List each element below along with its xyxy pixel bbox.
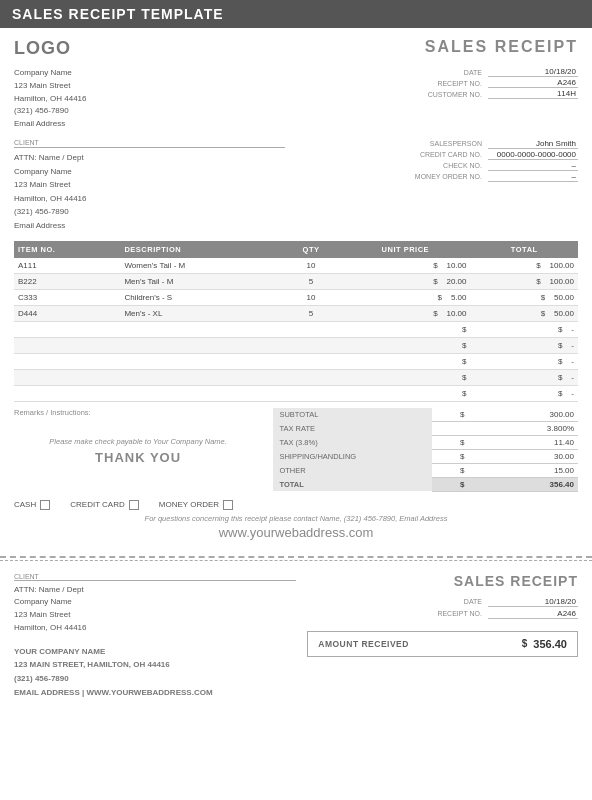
receipt-label: RECEIPT NO. [402, 80, 482, 87]
item-no: C333 [14, 289, 120, 305]
date-label: DATE [402, 69, 482, 76]
client-salesperson-row: CLIENT ATTN: Name / Dept Company Name 12… [14, 139, 578, 233]
credit-field-row: CREDIT CARD NO. 0000-0000-0000-0000 [296, 150, 578, 160]
remarks-block: Remarks / Instructions: Please make chec… [14, 408, 262, 492]
logo-text: LOGO [14, 38, 71, 58]
check-field-row: CHECK NO. – [296, 161, 578, 171]
sales-receipt-title: SALES RECEIPT [425, 38, 578, 56]
money-order-value: – [488, 172, 578, 182]
company-name: Company Name [14, 67, 86, 80]
credit-label: CREDIT CARD NO. [402, 151, 482, 158]
stub-right: SALES RECEIPT DATE 10/18/20 RECEIPT NO. … [307, 573, 578, 657]
item-qty: 5 [282, 305, 340, 321]
credit-option[interactable]: CREDIT CARD [70, 500, 139, 510]
company-info: Company Name 123 Main Street Hamilton, O… [14, 67, 86, 131]
salesperson-block: SALESPERSON John Smith CREDIT CARD NO. 0… [296, 139, 578, 233]
credit-checkbox[interactable] [129, 500, 139, 510]
item-unit-price: $ [340, 321, 470, 337]
client-name: Company Name [14, 165, 285, 179]
table-row: $ $ - [14, 369, 578, 385]
item-desc: Men's Tail - M [120, 273, 281, 289]
money-order-label: MONEY ORDER [159, 500, 219, 509]
money-order-option[interactable]: MONEY ORDER [159, 500, 233, 510]
stub-sales-receipt-title: SALES RECEIPT [307, 573, 578, 589]
stub-client-name: Company Name [14, 596, 296, 609]
company-street: 123 Main Street [14, 80, 86, 93]
website: www.yourwebaddress.com [14, 525, 578, 540]
item-unit-price: $ 10.00 [340, 258, 470, 274]
table-row: $ $ - [14, 353, 578, 369]
client-street: 123 Main Street [14, 178, 285, 192]
tax-rate-row: TAX RATE 3.800% [273, 421, 578, 435]
other-value: 15.00 [468, 463, 578, 477]
client-city: Hamilton, OH 44416 [14, 192, 285, 206]
item-no [14, 321, 120, 337]
tax-row: TAX (3.8%) $ 11.40 [273, 435, 578, 449]
item-total: $ - [470, 321, 578, 337]
total-row: TOTAL $ 356.40 [273, 477, 578, 491]
cash-checkbox[interactable] [40, 500, 50, 510]
item-total: $ - [470, 385, 578, 401]
tax-label: TAX (3.8%) [273, 435, 431, 449]
client-block: CLIENT ATTN: Name / Dept Company Name 12… [14, 139, 285, 233]
stub-date-label: DATE [464, 598, 482, 605]
item-qty [282, 337, 340, 353]
customer-value: 114H [488, 89, 578, 99]
stub-company-phone: (321) 456-7890 [14, 672, 296, 686]
item-qty [282, 353, 340, 369]
tax-value: 11.40 [468, 435, 578, 449]
table-row: $ $ - [14, 321, 578, 337]
receipt-field-row: RECEIPT NO. A246 [296, 78, 578, 88]
item-total: $ 50.00 [470, 289, 578, 305]
item-total: $ 100.00 [470, 258, 578, 274]
salesperson-name: John Smith [488, 139, 578, 149]
stub-receipt-value: A246 [488, 609, 578, 619]
item-total: $ 50.00 [470, 305, 578, 321]
item-unit-price: $ [340, 353, 470, 369]
bottom-section: Remarks / Instructions: Please make chec… [14, 408, 578, 492]
receipt-section: LOGO SALES RECEIPT Company Name 123 Main… [0, 28, 592, 558]
stub-client-info: ATTN: Name / Dept Company Name 123 Main … [14, 584, 296, 635]
company-info-row: Company Name 123 Main Street Hamilton, O… [14, 67, 578, 131]
stub-receipt-label: RECEIPT NO. [437, 610, 482, 617]
item-desc [120, 385, 281, 401]
client-phone: (321) 456-7890 [14, 205, 285, 219]
credit-card-label: CREDIT CARD [70, 500, 125, 509]
stub-company: YOUR COMPANY NAME 123 Main Street, Hamil… [14, 645, 296, 699]
stub-client-label: CLIENT [14, 573, 296, 581]
other-row: OTHER $ 15.00 [273, 463, 578, 477]
company-city: Hamilton, OH 44416 [14, 93, 86, 106]
item-unit-price: $ 10.00 [340, 305, 470, 321]
item-no: A111 [14, 258, 120, 274]
money-order-label: MONEY ORDER NO. [402, 173, 482, 180]
date-value: 10/18/20 [488, 67, 578, 77]
subtotal-label: SUBTOTAL [273, 408, 431, 422]
item-unit-price: $ 20.00 [340, 273, 470, 289]
contact-note: For questions concerning this receipt pl… [14, 514, 578, 523]
item-desc [120, 369, 281, 385]
stub-city: Hamilton, OH 44416 [14, 622, 296, 635]
stub-date-value: 10/18/20 [488, 597, 578, 607]
divider [0, 560, 592, 561]
payable-note: Please make check payable to Your Compan… [14, 437, 262, 446]
money-order-checkbox[interactable] [223, 500, 233, 510]
item-qty: 5 [282, 273, 340, 289]
subtotal-row: SUBTOTAL $ 300.00 [273, 408, 578, 422]
stub-attn: ATTN: Name / Dept [14, 584, 296, 597]
credit-value: 0000-0000-0000-0000 [488, 150, 578, 160]
stub-street: 123 Main Street [14, 609, 296, 622]
other-label: OTHER [273, 463, 431, 477]
col-unit-price: UNIT PRICE [340, 241, 470, 258]
table-row: D444 Men's - XL 5 $ 10.00 $ 50.00 [14, 305, 578, 321]
total-value: 356.40 [468, 477, 578, 491]
subtotal-value: 300.00 [468, 408, 578, 422]
item-desc [120, 337, 281, 353]
amount-received-value: $ 356.40 [522, 638, 567, 650]
table-row: B222 Men's Tail - M 5 $ 20.00 $ 100.00 [14, 273, 578, 289]
total-label: TOTAL [273, 477, 431, 491]
salesperson-field-row: SALESPERSON John Smith [296, 139, 578, 149]
cash-option[interactable]: CASH [14, 500, 50, 510]
item-desc: Women's Tail - M [120, 258, 281, 274]
item-qty [282, 385, 340, 401]
stub-date-row: DATE 10/18/20 [307, 597, 578, 607]
